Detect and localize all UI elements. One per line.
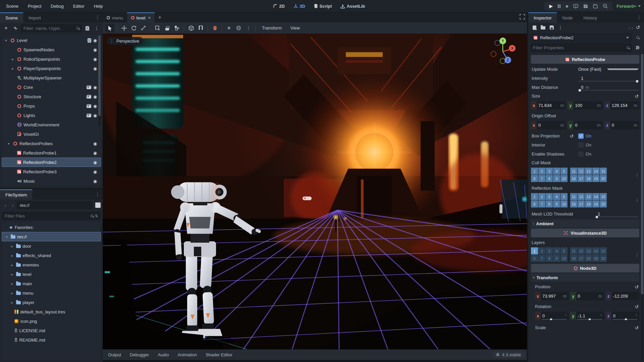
- version-info[interactable]: 4.3.stable: [493, 351, 525, 358]
- layer-cell-17[interactable]: 17: [578, 175, 585, 182]
- layer-cell-3[interactable]: 3: [546, 193, 553, 200]
- mask-menu-icon[interactable]: ⋮: [635, 252, 639, 257]
- 3d-viewport[interactable]: ⋮ Perspective Y X Z: [103, 34, 527, 349]
- layer-cell-20[interactable]: 20: [600, 175, 607, 182]
- visibility-eye-icon[interactable]: ◉: [93, 38, 97, 43]
- fs-item-effects-shared[interactable]: ▸ effects_shared: [2, 251, 101, 260]
- layer-cell-4[interactable]: 4: [553, 247, 560, 254]
- menu-debug[interactable]: Debug: [47, 2, 67, 10]
- switch-2d-button[interactable]: 2D: [270, 3, 287, 10]
- visibility-eye-icon[interactable]: ◉: [93, 179, 97, 183]
- rotate-mode-button[interactable]: [129, 24, 138, 32]
- scene-tree-scrollbar[interactable]: [98, 36, 101, 126]
- layer-cell-2[interactable]: 2: [538, 193, 545, 200]
- visibility-eye-icon[interactable]: ◉: [93, 141, 97, 146]
- visibility-eye-icon[interactable]: ◉: [93, 151, 97, 155]
- scene-tree-menu-icon[interactable]: ⋮: [93, 24, 101, 32]
- scene-node-core[interactable]: Core ◉: [2, 82, 101, 92]
- lock-button[interactable]: [163, 24, 172, 32]
- position-z-field[interactable]: z-12.209: [606, 292, 639, 300]
- origin-x-field[interactable]: x0m: [531, 121, 566, 129]
- layer-cell-12[interactable]: 12: [578, 168, 585, 175]
- expand-arrow-icon[interactable]: ▸: [10, 67, 15, 70]
- add-node-button[interactable]: +: [2, 24, 10, 32]
- size-z-field[interactable]: z129.154m: [604, 101, 639, 110]
- group-button[interactable]: [172, 24, 181, 32]
- layer-cell-18[interactable]: 18: [585, 175, 592, 182]
- layer-cell-4[interactable]: 4: [553, 193, 560, 200]
- collapse-arrow-icon[interactable]: ▾: [4, 235, 9, 239]
- layer-cell-7[interactable]: 7: [538, 175, 545, 182]
- rotation-z-field[interactable]: z0°: [606, 312, 639, 320]
- editable-children-icon[interactable]: [87, 104, 91, 108]
- rotation-x-field[interactable]: x0°: [535, 312, 569, 320]
- editable-children-icon[interactable]: [87, 85, 91, 89]
- movie-maker-button[interactable]: [603, 4, 608, 8]
- tab-scene[interactable]: Scene: [0, 12, 23, 22]
- history-forward-icon[interactable]: ›: [632, 25, 633, 31]
- enable-shadows-checkbox[interactable]: [578, 152, 584, 157]
- preview-menu-icon[interactable]: ⋮: [244, 24, 253, 32]
- max-distance-slider[interactable]: 0 m: [578, 85, 639, 90]
- list-select-button[interactable]: [153, 24, 162, 32]
- update-mode-dropdown[interactable]: Once (Fast): [578, 67, 639, 72]
- layer-cell-15[interactable]: 15: [600, 247, 607, 254]
- snap-magnet-button[interactable]: [196, 24, 205, 32]
- expand-arrow-icon[interactable]: ▸: [10, 273, 14, 276]
- tab-import[interactable]: Import: [23, 12, 46, 22]
- reflection-mask-grid[interactable]: 1234511121314156789101617181920: [531, 193, 607, 207]
- layer-cell-20[interactable]: 20: [600, 200, 607, 207]
- scene-filter[interactable]: [21, 24, 82, 32]
- visibility-eye-icon[interactable]: ◉: [93, 48, 97, 52]
- dock-menu-icon[interactable]: ⋮: [93, 189, 103, 199]
- tab-debugger[interactable]: Debugger: [126, 350, 153, 360]
- class-header-visualinstance3d[interactable]: VisualInstance3D: [531, 229, 639, 237]
- renderer-dropdown[interactable]: Forward+: [616, 4, 641, 9]
- attach-script-button[interactable]: [83, 24, 91, 32]
- layer-cell-3[interactable]: 3: [546, 247, 553, 254]
- move-mode-button[interactable]: [119, 24, 128, 32]
- switch-script-button[interactable]: Script: [311, 3, 335, 10]
- open-docs-icon[interactable]: [633, 33, 642, 42]
- scene-node-props[interactable]: Props ◉: [2, 101, 101, 111]
- size-x-field[interactable]: x71.634m: [531, 101, 566, 110]
- layer-cell-8[interactable]: 8: [546, 200, 553, 207]
- layer-cell-4[interactable]: 4: [553, 168, 560, 175]
- file-filter[interactable]: ⇅: [2, 212, 101, 220]
- visibility-eye-icon[interactable]: ◉: [93, 104, 97, 108]
- object-history-icon[interactable]: ↺: [634, 23, 642, 32]
- tab-audio[interactable]: Audio: [154, 350, 173, 360]
- sun-preview-button[interactable]: ☀: [224, 24, 233, 32]
- layer-cell-17[interactable]: 17: [578, 255, 585, 262]
- layer-cell-16[interactable]: 16: [570, 175, 577, 182]
- intensity-slider[interactable]: 1: [578, 76, 639, 81]
- layer-cell-7[interactable]: 7: [538, 255, 545, 262]
- layer-cell-5[interactable]: 5: [560, 168, 568, 175]
- file-filter-input[interactable]: [5, 214, 89, 219]
- layer-cell-8[interactable]: 8: [546, 255, 553, 262]
- scene-node-reflectionprobe2-selected[interactable]: ReflectionProbe2 ◉: [2, 158, 101, 167]
- switch-3d-button[interactable]: 3D: [291, 3, 308, 10]
- collapse-arrow-icon[interactable]: ▾: [6, 142, 11, 145]
- split-mode-button[interactable]: [95, 202, 101, 208]
- switch-assetlib-button[interactable]: AssetLib: [338, 3, 368, 10]
- layer-cell-3[interactable]: 3: [546, 168, 553, 175]
- layer-cell-7[interactable]: 7: [538, 200, 545, 207]
- dock-menu-icon[interactable]: ⋮: [93, 12, 103, 22]
- scene-node-spawnednodes[interactable]: SpawnedNodes ◉: [2, 45, 101, 54]
- editable-children-icon[interactable]: [87, 95, 91, 99]
- layer-cell-13[interactable]: 13: [585, 247, 592, 254]
- layer-cell-14[interactable]: 14: [592, 193, 599, 200]
- scene-node-music[interactable]: Music ◉: [2, 176, 101, 186]
- layer-cell-8[interactable]: 8: [546, 175, 553, 182]
- editable-children-icon[interactable]: [87, 114, 91, 117]
- menu-scene[interactable]: Scene: [3, 2, 22, 10]
- play-button[interactable]: ▶: [549, 3, 553, 9]
- class-header-reflectionprobe[interactable]: ReflectionProbe: [531, 55, 639, 64]
- scene-node-lights[interactable]: Lights ◉: [2, 111, 101, 120]
- layer-cell-15[interactable]: 15: [600, 168, 607, 175]
- position-x-field[interactable]: x73.997m: [535, 292, 569, 300]
- size-y-field[interactable]: y100m: [568, 101, 602, 110]
- scale-mode-button[interactable]: [139, 24, 148, 32]
- viewport-menu-icon[interactable]: ⋮: [109, 38, 114, 44]
